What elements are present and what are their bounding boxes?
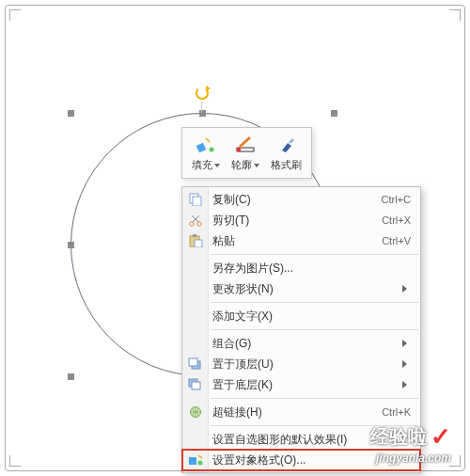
svg-rect-9	[193, 234, 196, 237]
shortcut: Ctrl+C	[382, 194, 411, 205]
svg-rect-14	[192, 382, 200, 389]
bring-front-icon	[186, 356, 205, 373]
rotation-handle[interactable]	[196, 87, 209, 100]
menu-hyperlink[interactable]: 超链接(H) Ctrl+K	[182, 402, 420, 422]
menu-label: 另存为图片(S)...	[212, 261, 411, 277]
menu-label: 添加文字(X)	[212, 309, 411, 325]
object-format-icon	[186, 452, 205, 468]
dropdown-arrow-icon	[254, 164, 259, 170]
fill-button[interactable]: 填充	[186, 132, 226, 174]
menu-send-back[interactable]: 置于底层(K)	[182, 374, 420, 395]
menu-copy[interactable]: 复制(C) Ctrl+C	[182, 189, 420, 210]
svg-rect-10	[195, 240, 202, 247]
separator	[211, 302, 418, 303]
svg-point-7	[197, 222, 201, 226]
menu-bring-front[interactable]: 置于顶层(U)	[182, 354, 420, 374]
selection-handle[interactable]	[68, 242, 74, 248]
menu-default-effect[interactable]: 设置自选图形的默认效果(I)	[182, 429, 420, 450]
svg-rect-3	[237, 148, 241, 151]
rotation-connector	[201, 102, 202, 113]
shortcut: Ctrl+K	[382, 406, 411, 418]
outline-icon	[233, 134, 258, 156]
shortcut: Ctrl+V	[382, 235, 411, 246]
submenu-arrow-icon	[402, 285, 411, 293]
mini-toolbar: 填充 轮廓 格式刷	[181, 127, 312, 179]
menu-label: 置于顶层(U)	[212, 357, 397, 373]
selection-handle[interactable]	[68, 110, 74, 117]
svg-rect-12	[189, 358, 197, 366]
menu-label: 更改形状(N)	[212, 281, 397, 297]
selection-handle[interactable]	[331, 110, 337, 117]
selection-handle[interactable]	[68, 373, 74, 380]
menu-object-format[interactable]: 设置对象格式(O)...	[182, 450, 420, 470]
separator	[211, 329, 418, 330]
cut-icon	[186, 212, 205, 229]
menu-change-shape[interactable]: 更改形状(N)	[182, 278, 420, 299]
svg-point-1	[210, 148, 214, 152]
fill-icon	[194, 134, 218, 156]
outline-button[interactable]: 轮廓	[226, 132, 265, 174]
copy-icon	[186, 191, 205, 208]
menu-add-text[interactable]: 添加文字(X)	[182, 306, 420, 326]
format-brush-label: 格式刷	[271, 158, 302, 172]
menu-label: 置于底层(K)	[212, 377, 397, 393]
svg-rect-5	[193, 197, 201, 206]
separator	[211, 398, 418, 399]
fill-label: 填充	[192, 158, 212, 172]
submenu-arrow-icon	[402, 340, 411, 347]
paste-icon	[186, 232, 205, 249]
menu-label: 剪切(T)	[212, 213, 382, 229]
menu-paste[interactable]: 粘贴 Ctrl+V	[182, 230, 420, 251]
format-brush-button[interactable]: 格式刷	[265, 132, 307, 174]
svg-point-6	[190, 222, 194, 226]
svg-point-17	[198, 461, 203, 466]
menu-group[interactable]: 组合(G)	[182, 333, 420, 354]
menu-label: 复制(C)	[212, 192, 382, 208]
dropdown-arrow-icon	[214, 164, 220, 170]
menu-label: 粘贴	[212, 233, 382, 249]
separator	[211, 425, 418, 426]
menu-save-as-picture[interactable]: 另存为图片(S)...	[182, 258, 420, 278]
menu-label: 设置对象格式(O)...	[212, 452, 411, 468]
svg-rect-0	[196, 143, 207, 153]
hyperlink-icon	[186, 404, 205, 420]
svg-rect-16	[189, 457, 196, 465]
outline-label: 轮廓	[231, 158, 252, 172]
menu-cut[interactable]: 剪切(T) Ctrl+X	[182, 210, 420, 230]
context-menu: 复制(C) Ctrl+C 剪切(T) Ctrl+X 粘贴 Ctrl+V 另存为图…	[181, 186, 421, 473]
menu-label: 设置自选图形的默认效果(I)	[212, 432, 411, 448]
menu-label: 超链接(H)	[212, 405, 382, 420]
send-back-icon	[186, 376, 205, 393]
shortcut: Ctrl+X	[382, 214, 411, 226]
submenu-arrow-icon	[402, 381, 411, 389]
separator	[211, 254, 418, 255]
submenu-arrow-icon	[402, 360, 411, 368]
format-brush-icon	[274, 134, 299, 156]
menu-label: 组合(G)	[212, 336, 397, 352]
